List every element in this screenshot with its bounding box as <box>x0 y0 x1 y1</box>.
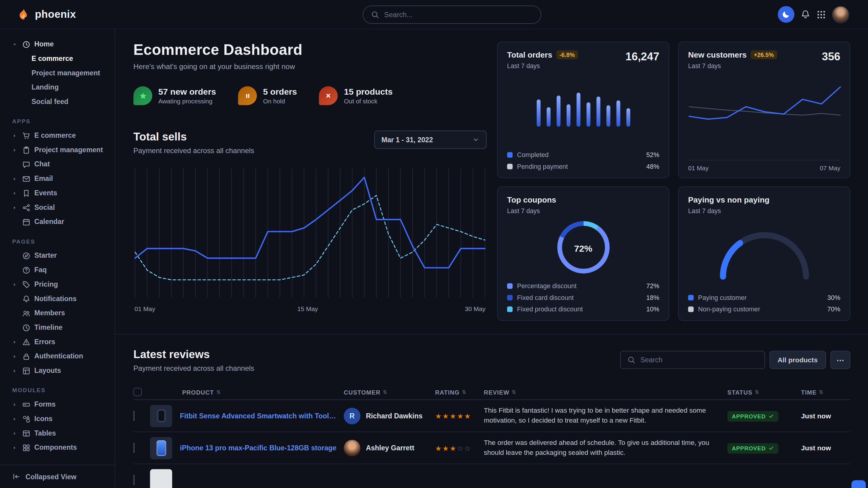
sidebar-item-events[interactable]: Events <box>0 186 115 200</box>
total-sells-chart-area: 01 May 15 May 30 May <box>133 167 487 314</box>
app-root: phoenix Home E commerce Project manag <box>0 0 868 488</box>
sidebar-item-ecommerce-app[interactable]: E commerce <box>0 128 115 143</box>
sidebar-item-icons[interactable]: Icons <box>0 412 115 426</box>
collapse-icon <box>12 473 21 481</box>
main-content: Ecommerce Dashboard Here's what's going … <box>116 29 868 488</box>
sort-icon[interactable] <box>383 389 388 395</box>
donut-center-label: 72% <box>554 219 612 278</box>
sort-icon[interactable] <box>754 389 760 395</box>
x-icon <box>319 86 338 105</box>
collapse-sidebar-button[interactable]: Collapsed View <box>0 465 115 488</box>
sort-icon[interactable] <box>819 389 824 395</box>
global-search[interactable] <box>363 5 541 24</box>
table-row: iPhone 13 pro max-Pacific Blue-128GB sto… <box>133 432 850 464</box>
apps-grid-button[interactable] <box>816 10 826 19</box>
new-customers-title: New customers +26.5% <box>688 50 777 59</box>
legend-swatch <box>688 295 694 300</box>
sidebar-item-email[interactable]: Email <box>0 171 115 186</box>
quick-stats: 57 new orders Awating processing 5 order… <box>133 86 487 105</box>
date-range-select[interactable]: Mar 1 - 31, 2022 <box>374 131 487 149</box>
review-time: Just now <box>801 444 850 452</box>
sidebar-item-forms[interactable]: Forms <box>0 397 115 412</box>
star-icon <box>133 86 152 105</box>
product-link[interactable]: iPhone 13 pro max-Pacific Blue-128GB sto… <box>180 444 337 452</box>
reviews-controls: All products ⋯ <box>620 351 850 369</box>
search-icon <box>371 10 379 19</box>
customer-avatar-initial: R <box>344 408 361 424</box>
product-link[interactable]: Fitbit Sense Advanced Smartwatch with To… <box>180 412 338 420</box>
sidebar-item-layouts[interactable]: Layouts <box>0 363 115 378</box>
total-orders-badge: -6.8% <box>556 50 578 59</box>
sidebar-item-project-management-dashboard[interactable]: Project management <box>0 66 115 80</box>
review-text: The order was delivered ahead of schedul… <box>484 438 727 458</box>
paying-title: Paying vs non paying <box>688 195 841 204</box>
total-sells-x-axis: 01 May 15 May 30 May <box>133 305 487 314</box>
select-all-checkbox[interactable] <box>133 388 142 396</box>
theme-toggle-button[interactable] <box>778 6 795 23</box>
sidebar-item-calendar[interactable]: Calendar <box>0 215 115 229</box>
product-thumbnail-iphone <box>150 437 172 459</box>
sidebar-item-timeline[interactable]: Timeline <box>0 320 115 335</box>
sidebar-item-notifications[interactable]: Notifications <box>0 291 115 306</box>
sidebar-item-project-management-app[interactable]: Project management <box>0 143 115 157</box>
sidebar-item-home[interactable]: Home <box>0 37 115 52</box>
latest-reviews-title: Latest reviews <box>133 348 254 361</box>
sidebar-item-chat[interactable]: Chat <box>0 157 115 171</box>
sidebar-item-social-feed[interactable]: Social feed <box>0 95 115 109</box>
settings-fab[interactable] <box>851 480 866 488</box>
total-sells-title: Total sells <box>133 131 254 143</box>
sidebar-item-starter[interactable]: Starter <box>0 248 115 263</box>
sidebar-item-pricing[interactable]: Pricing <box>0 277 115 292</box>
all-products-button[interactable]: All products <box>769 351 826 369</box>
sort-icon[interactable] <box>512 389 516 395</box>
reviews-search[interactable] <box>620 351 765 369</box>
paying-gauge <box>688 224 841 280</box>
new-customers-value: 356 <box>822 50 840 63</box>
pause-icon <box>238 86 257 105</box>
sidebar-section-pages: PAGES <box>12 238 115 245</box>
sidebar-item-errors[interactable]: Errors <box>0 334 115 349</box>
alert-icon <box>22 338 30 346</box>
calendar-icon <box>22 218 30 226</box>
row-checkbox[interactable] <box>133 442 134 453</box>
caret-right-icon <box>12 368 17 373</box>
sidebar-item-tables[interactable]: Tables <box>0 426 115 441</box>
sidebar-item-authentication[interactable]: Authentication <box>0 349 115 363</box>
sidebar-item-social[interactable]: Social <box>0 200 115 215</box>
more-actions-button[interactable]: ⋯ <box>830 351 850 369</box>
caret-right-icon <box>12 205 17 210</box>
sort-icon[interactable] <box>462 389 467 395</box>
brand-logo[interactable]: phoenix <box>17 8 76 21</box>
top-navbar: phoenix <box>0 0 868 29</box>
sidebar-item-faq[interactable]: Faq <box>0 263 115 277</box>
clock-icon <box>22 40 30 48</box>
bell-icon <box>801 9 810 19</box>
legend-percentage-discount: Percentage discount 72% <box>507 282 659 290</box>
stat-orders-on-hold: 5 orders On hold <box>238 86 297 105</box>
reviews-search-input[interactable] <box>640 356 757 364</box>
legend-swatch <box>507 164 513 169</box>
legend-completed: Completed 52% <box>507 151 659 159</box>
row-checkbox[interactable] <box>133 410 134 421</box>
sidebar-item-ecommerce-dashboard[interactable]: E commerce <box>0 52 115 66</box>
moon-icon <box>782 10 790 19</box>
check-icon <box>769 446 774 451</box>
sidebar: Home E commerce Project management Landi… <box>0 29 115 488</box>
customer-name: Ashley Garrett <box>366 444 414 452</box>
total-orders-value: 16,247 <box>625 50 659 63</box>
table-icon <box>22 429 30 437</box>
sidebar-item-landing[interactable]: Landing <box>0 80 115 95</box>
reviews-table: PRODUCT CUSTOMER RATING REVIEW STATUS TI… <box>133 385 850 488</box>
caret-right-icon <box>12 191 17 196</box>
sidebar-item-components[interactable]: Components <box>0 441 115 455</box>
notifications-button[interactable] <box>801 9 810 19</box>
legend-non-paying-customer: Non-paying customer 70% <box>688 305 841 313</box>
legend-fixed-product-discount: Fixed product discount 10% <box>507 305 659 313</box>
row-checkbox[interactable] <box>133 475 134 485</box>
user-avatar[interactable] <box>832 6 849 23</box>
sidebar-item-members[interactable]: Members <box>0 306 115 320</box>
global-search-input[interactable] <box>384 10 533 19</box>
sort-icon[interactable] <box>216 389 221 395</box>
bell-icon <box>22 294 30 303</box>
stat-out-of-stock: 15 products Out of stock <box>319 86 393 105</box>
